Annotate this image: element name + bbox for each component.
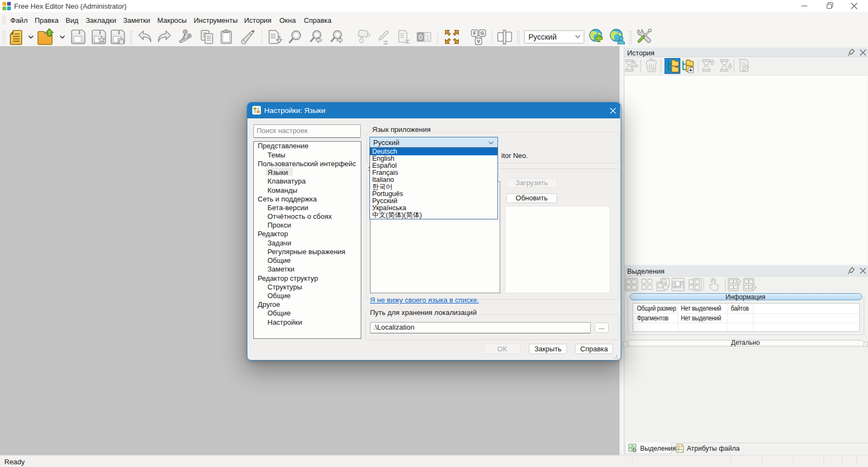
svg-text:F: F [473, 30, 476, 36]
svg-text:G: G [480, 30, 484, 36]
svg-text:1..F: 1..F [673, 282, 682, 288]
svg-text:V: V [477, 39, 480, 44]
svg-text:0: 0 [418, 33, 422, 41]
svg-text:1: 1 [425, 33, 429, 41]
